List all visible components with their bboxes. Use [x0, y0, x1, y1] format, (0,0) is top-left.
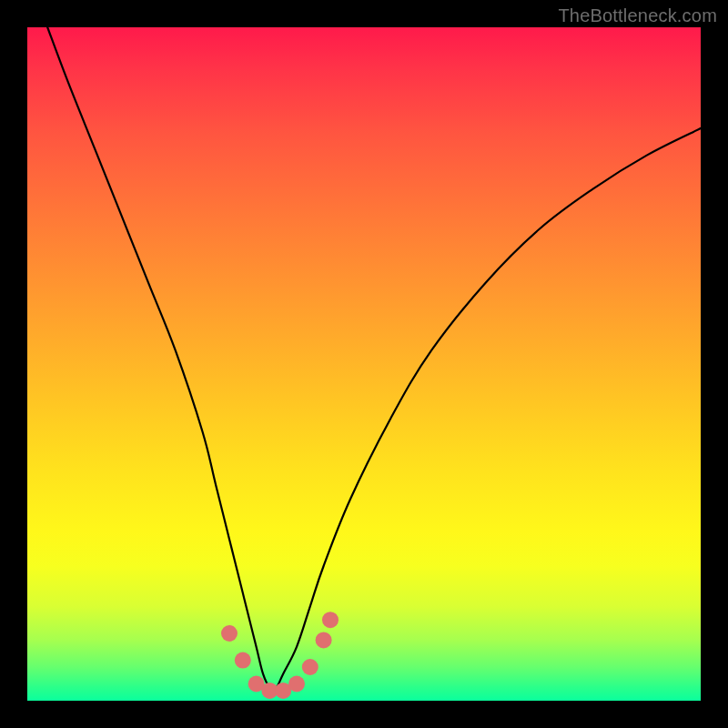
marker-dot — [316, 632, 332, 648]
marker-dot — [235, 652, 251, 669]
marker-dot — [302, 659, 318, 675]
marker-dot — [288, 676, 305, 693]
bottleneck-chart — [27, 27, 701, 701]
chart-stage: TheBottleneck.com — [0, 0, 728, 728]
marker-dot — [221, 625, 238, 642]
curve-line — [47, 27, 701, 689]
watermark-text: TheBottleneck.com — [558, 5, 717, 26]
marker-dot — [322, 612, 339, 628]
plot-area — [27, 27, 701, 701]
highlight-markers — [221, 612, 339, 699]
